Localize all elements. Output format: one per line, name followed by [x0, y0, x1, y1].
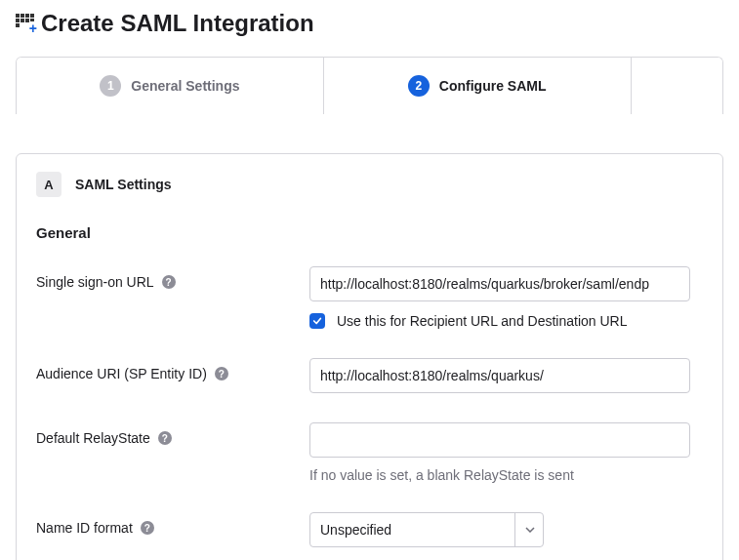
label-sso-url: Single sign-on URL ?	[36, 266, 309, 290]
step-label: Configure SAML	[439, 78, 547, 94]
check-icon	[312, 316, 322, 326]
wizard-step-configure-saml[interactable]: 2 Configure SAML	[324, 58, 632, 114]
page-title: Create SAML Integration	[41, 10, 314, 37]
label-nameid-format: Name ID format ?	[36, 512, 309, 536]
select-value: Unspecified	[309, 512, 544, 547]
nameid-format-select[interactable]: Unspecified	[309, 512, 544, 547]
relaystate-input[interactable]	[309, 422, 690, 458]
apps-plus-icon: +	[16, 14, 35, 33]
label-text: Default RelayState	[36, 430, 150, 446]
help-icon[interactable]: ?	[141, 521, 154, 535]
label-text: Audience URI (SP Entity ID)	[36, 366, 207, 381]
step-number-badge: 2	[408, 75, 430, 97]
sso-url-checkbox-row: Use this for Recipient URL and Destinati…	[309, 313, 703, 329]
page-header: + Create SAML Integration	[0, 0, 739, 45]
help-icon[interactable]: ?	[215, 367, 228, 380]
checkbox-label: Use this for Recipient URL and Destinati…	[337, 313, 628, 329]
panel-header: A SAML Settings	[36, 172, 703, 197]
audience-uri-input[interactable]	[309, 358, 690, 393]
label-audience-uri: Audience URI (SP Entity ID) ?	[36, 358, 309, 381]
field-row-audience-uri: Audience URI (SP Entity ID) ?	[36, 358, 703, 393]
field-row-relaystate: Default RelayState ? If no value is set,…	[36, 422, 703, 483]
sso-url-input[interactable]	[309, 266, 690, 301]
label-text: Single sign-on URL	[36, 274, 154, 290]
step-number-badge: 1	[100, 75, 121, 97]
saml-settings-panel: A SAML Settings General Single sign-on U…	[16, 153, 723, 560]
step-label: General Settings	[131, 78, 239, 94]
help-icon[interactable]: ?	[162, 275, 176, 289]
panel-letter-badge: A	[36, 172, 62, 197]
wizard-steps: 1 General Settings 2 Configure SAML	[16, 57, 723, 114]
field-row-nameid-format: Name ID format ? Unspecified	[36, 512, 703, 547]
use-for-recipient-checkbox[interactable]	[309, 313, 325, 329]
label-relaystate: Default RelayState ?	[36, 422, 309, 446]
wizard-step-next[interactable]	[632, 58, 722, 114]
panel-title: SAML Settings	[75, 177, 172, 192]
help-icon[interactable]: ?	[158, 431, 172, 445]
field-row-sso-url: Single sign-on URL ? Use this for Recipi…	[36, 266, 703, 329]
relaystate-help-text: If no value is set, a blank RelayState i…	[309, 467, 703, 483]
label-text: Name ID format	[36, 520, 133, 536]
wizard-step-general-settings[interactable]: 1 General Settings	[17, 58, 324, 114]
section-title-general: General	[36, 224, 703, 241]
